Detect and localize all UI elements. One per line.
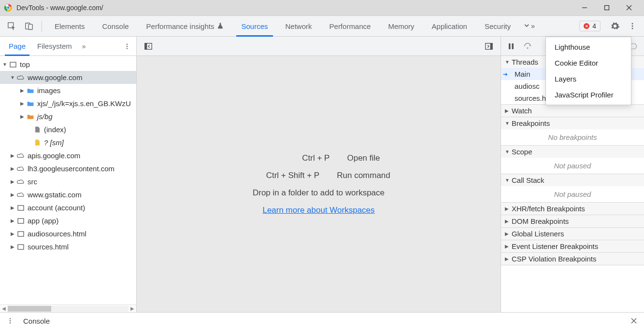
tree-item-google[interactable]: ▼ www.google.com bbox=[0, 71, 136, 84]
section-header-callstack[interactable]: ▼Call Stack bbox=[501, 174, 644, 186]
window-close-button[interactable] bbox=[618, 0, 640, 15]
tree-item-images[interactable]: ▶ images bbox=[0, 84, 136, 97]
tab-elements[interactable]: Elements bbox=[46, 16, 94, 37]
tree-label: js/bg bbox=[37, 112, 53, 121]
frame-icon bbox=[16, 230, 25, 238]
subtab-page[interactable]: Page bbox=[3, 37, 31, 56]
tree-item-jsbg[interactable]: ▶ js/bg bbox=[0, 110, 136, 123]
shortcut-key: Ctrl + P bbox=[257, 153, 329, 163]
kebab-menu-icon[interactable] bbox=[626, 19, 639, 33]
menu-item-javascript-profiler[interactable]: JavaScript Profiler bbox=[546, 87, 631, 103]
tab-network[interactable]: Network bbox=[277, 16, 321, 37]
svg-rect-9 bbox=[29, 24, 32, 29]
more-subtabs-button[interactable]: » bbox=[78, 40, 90, 53]
tree-label: (index) bbox=[44, 125, 66, 134]
menu-item-layers[interactable]: Layers bbox=[546, 71, 631, 87]
tree-label: www.gstatic.com bbox=[28, 191, 82, 199]
svg-point-29 bbox=[10, 320, 11, 321]
tree-item-top[interactable]: ▼ top bbox=[0, 58, 136, 71]
cloud-icon bbox=[16, 73, 25, 82]
tab-memory[interactable]: Memory bbox=[379, 16, 423, 37]
window-minimize-button[interactable] bbox=[573, 0, 596, 15]
tree-label: apis.google.com bbox=[28, 151, 80, 160]
flask-icon bbox=[217, 22, 224, 30]
scroll-left-button[interactable]: ◀ bbox=[0, 306, 8, 311]
show-navigator-icon[interactable] bbox=[142, 40, 155, 53]
tree-item-gstatic[interactable]: ▶ www.gstatic.com bbox=[0, 188, 136, 201]
section-header-scope[interactable]: ▼Scope bbox=[501, 146, 644, 158]
menu-item-lighthouse[interactable]: Lighthouse bbox=[546, 39, 631, 55]
breakpoints-empty: No breakpoints bbox=[501, 129, 644, 145]
tree-label: xjs/_/js/k=xjs.s.en_GB.KWzU bbox=[37, 99, 131, 108]
error-count-badge[interactable]: ✕ 4 bbox=[579, 21, 601, 31]
svg-point-13 bbox=[127, 43, 128, 44]
tree-item-xjs[interactable]: ▶ xjs/_/js/k=xjs.s.en_GB.KWzU bbox=[0, 97, 136, 110]
section-header-breakpoints[interactable]: ▼Breakpoints bbox=[501, 117, 644, 129]
tree-item-sm[interactable]: ? [sm] bbox=[0, 136, 136, 149]
tree-label: app (app) bbox=[28, 217, 58, 225]
device-toolbar-icon[interactable] bbox=[22, 19, 36, 33]
tree-label: sources.html bbox=[28, 243, 69, 251]
separator bbox=[42, 21, 42, 31]
svg-rect-20 bbox=[18, 245, 24, 249]
tab-sources[interactable]: Sources bbox=[232, 16, 276, 37]
folder-icon bbox=[26, 99, 35, 108]
section-global: ▶Global Listeners bbox=[501, 228, 644, 240]
inspect-element-icon[interactable] bbox=[5, 19, 18, 33]
tree-label: top bbox=[20, 60, 30, 69]
scope-empty: Not paused bbox=[501, 158, 644, 174]
section-title: CSP Violation Breakpoints bbox=[512, 255, 596, 263]
svg-rect-22 bbox=[145, 43, 147, 49]
section-title: Global Listeners bbox=[512, 230, 564, 238]
section-breakpoints: ▼Breakpoints No breakpoints bbox=[501, 117, 644, 146]
tree-item-account[interactable]: ▶ account (account) bbox=[0, 201, 136, 214]
svg-point-15 bbox=[127, 48, 128, 49]
overflow-tabs-button[interactable]: » bbox=[522, 19, 536, 33]
callstack-empty: Not paused bbox=[501, 186, 644, 202]
subtab-filesystem[interactable]: Filesystem bbox=[31, 37, 78, 56]
window-maximize-button[interactable] bbox=[596, 0, 618, 15]
pause-icon[interactable] bbox=[505, 40, 517, 53]
tab-performance-insights[interactable]: Performance insights bbox=[138, 16, 233, 37]
navigator-kebab-icon[interactable] bbox=[121, 40, 133, 53]
scrollbar-track[interactable] bbox=[8, 306, 129, 312]
frame-icon bbox=[16, 204, 25, 212]
learn-workspaces-link[interactable]: Learn more about Workspaces bbox=[262, 206, 374, 215]
svg-rect-24 bbox=[490, 43, 493, 49]
svg-rect-4 bbox=[605, 6, 609, 10]
svg-rect-19 bbox=[18, 232, 24, 236]
scroll-right-button[interactable]: ▶ bbox=[129, 306, 136, 311]
step-over-icon[interactable] bbox=[521, 40, 534, 53]
editor-area: Ctrl + P Open file Ctrl + Shift + P Run … bbox=[137, 37, 501, 312]
section-header-xhr[interactable]: ▶XHR/fetch Breakpoints bbox=[501, 203, 644, 215]
tree-item-app[interactable]: ▶ app (app) bbox=[0, 214, 136, 227]
section-header-csp[interactable]: ▶CSP Violation Breakpoints bbox=[501, 253, 644, 265]
tab-label: Performance insights bbox=[146, 22, 215, 30]
tree-item-src[interactable]: ▶ src bbox=[0, 175, 136, 188]
show-debugger-icon[interactable] bbox=[482, 40, 496, 53]
navigator-horizontal-scrollbar[interactable]: ◀ ▶ bbox=[0, 304, 136, 312]
scrollbar-thumb[interactable] bbox=[8, 306, 51, 312]
tree-item-index[interactable]: (index) bbox=[0, 123, 136, 136]
tab-console[interactable]: Console bbox=[94, 16, 138, 37]
settings-gear-icon[interactable] bbox=[608, 19, 622, 33]
tree-item-sourceshtml[interactable]: ▶ sources.html bbox=[0, 240, 136, 253]
editor-empty-hints: Ctrl + P Open file Ctrl + Shift + P Run … bbox=[137, 56, 501, 312]
drawer-kebab-icon[interactable] bbox=[4, 315, 16, 327]
section-header-event[interactable]: ▶Event Listener Breakpoints bbox=[501, 240, 644, 252]
drawer-console-tab[interactable]: Console bbox=[23, 317, 50, 325]
section-header-dom[interactable]: ▶DOM Breakpoints bbox=[501, 215, 644, 227]
tab-application[interactable]: Application bbox=[423, 16, 476, 37]
drawer-close-icon[interactable] bbox=[628, 315, 640, 327]
section-header-watch[interactable]: ▶Watch bbox=[501, 105, 644, 117]
tree-item-lh3[interactable]: ▶ lh3.googleusercontent.com bbox=[0, 162, 136, 175]
tree-item-audio[interactable]: ▶ audiosources.html bbox=[0, 227, 136, 240]
menu-item-cookie-editor[interactable]: Cookie Editor bbox=[546, 55, 631, 71]
tree-item-apis[interactable]: ▶ apis.google.com bbox=[0, 149, 136, 162]
chrome-icon bbox=[4, 3, 13, 12]
section-header-global[interactable]: ▶Global Listeners bbox=[501, 228, 644, 240]
shortcut-key: Ctrl + Shift + P bbox=[247, 171, 319, 180]
editor-toolbar bbox=[137, 37, 501, 56]
tab-security[interactable]: Security bbox=[476, 16, 519, 37]
tab-performance[interactable]: Performance bbox=[321, 16, 380, 37]
